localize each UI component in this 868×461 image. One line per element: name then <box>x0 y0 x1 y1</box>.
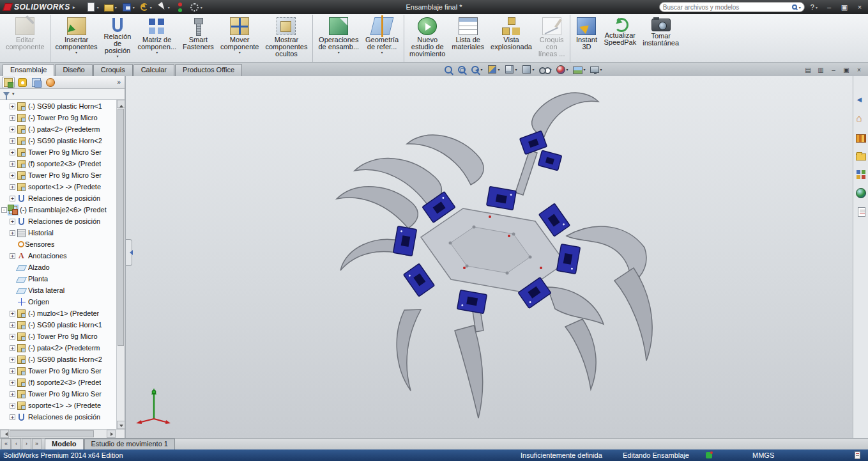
restore-button[interactable]: ▣ <box>839 3 850 12</box>
tree-item[interactable]: + (-) SG90 plastic Horn<2 <box>0 135 116 146</box>
expand-toggle[interactable]: + <box>10 391 15 397</box>
expand-toggle[interactable] <box>10 265 15 270</box>
tab-modelo[interactable]: Modelo <box>45 439 84 449</box>
expand-toggle[interactable]: + <box>10 219 15 224</box>
tree-item[interactable]: + Relaciones de posición <box>0 215 116 227</box>
tree-item[interactable]: + (f) soporte2<3> (Predet <box>0 377 116 388</box>
tab-ensamblaje[interactable]: Ensamblaje <box>3 64 54 76</box>
tree-item[interactable]: + (-) pata<2> (Predeterm <box>0 342 116 354</box>
minimize-button[interactable]: – <box>823 3 835 11</box>
select-button[interactable]: ▾ <box>155 2 172 13</box>
scroll-up-arrow[interactable] <box>117 100 125 108</box>
apply-scene-button[interactable]: ▾ <box>572 65 587 75</box>
viewport-layout-button[interactable]: ▤ <box>803 66 813 74</box>
tree-item[interactable]: + (-) Tower Pro 9g Micro <box>0 112 116 123</box>
expand-toggle[interactable]: + <box>10 322 15 328</box>
filter-caret-icon[interactable]: ▾ <box>12 91 15 97</box>
vertical-scroll-thumb[interactable] <box>118 109 124 346</box>
expand-toggle[interactable]: + <box>10 127 15 132</box>
vista-explosionada-button[interactable]: Vista explosionada <box>487 15 535 62</box>
tree-item[interactable]: Alzado <box>0 262 116 273</box>
scroll-down-arrow[interactable] <box>117 421 125 429</box>
expand-toggle[interactable]: + <box>10 104 15 109</box>
viewport-split-button[interactable]: ▥ <box>816 66 826 74</box>
tree-item[interactable]: + (-) SG90 plastic Horn<1 <box>0 100 116 112</box>
scroll-left-arrow[interactable] <box>0 430 9 438</box>
featuremanager-tab[interactable] <box>2 77 15 88</box>
tree-vertical-scrollbar[interactable] <box>116 100 125 429</box>
save-button[interactable]: ▾ <box>120 2 137 13</box>
tree-item[interactable]: - (-) Ensamblaje2<6> (Predet <box>0 204 116 215</box>
tree-item[interactable]: + soporte<1> -> (Predete <box>0 181 116 192</box>
task-pane-collapse-button[interactable] <box>855 94 867 107</box>
tomar-instantanea-button[interactable]: Tomar instantánea <box>639 15 682 62</box>
expand-toggle[interactable]: + <box>10 173 15 178</box>
tree-item[interactable]: + (-) Tower Pro 9g Micro <box>0 331 116 342</box>
tree-item[interactable]: + (f) soporte2<3> (Predet <box>0 158 116 169</box>
next-tab-button[interactable]: › <box>22 439 31 449</box>
quick-tips-icon[interactable] <box>706 452 712 458</box>
custom-properties-button[interactable] <box>855 205 867 218</box>
tree-item[interactable]: Sensores <box>0 238 116 250</box>
view-settings-button[interactable]: ▾ <box>589 65 604 74</box>
tab-diseno[interactable]: Diseño <box>55 64 92 76</box>
section-view-button[interactable]: ▾ <box>486 64 501 75</box>
expand-toggle[interactable]: + <box>10 150 15 155</box>
expand-toggle[interactable]: + <box>10 196 15 201</box>
search-caret-icon[interactable]: ▾ <box>799 5 801 10</box>
mover-componente-button[interactable]: Mover componente ▾ <box>217 15 263 62</box>
tab-estudio-de-movimiento-1[interactable]: Estudio de movimiento 1 <box>84 439 175 449</box>
first-tab-button[interactable]: « <box>1 439 11 449</box>
configurationmanager-tab[interactable] <box>30 77 43 88</box>
last-tab-button[interactable]: » <box>32 439 42 449</box>
expand-toggle[interactable]: + <box>10 357 15 363</box>
expand-toggle[interactable] <box>10 288 15 293</box>
zoom-to-fit-button[interactable] <box>443 65 454 75</box>
help-button[interactable]: ? ▾ <box>809 3 819 11</box>
expand-toggle[interactable]: - <box>1 207 7 213</box>
operaciones-de-ensamblaje-button[interactable]: Operaciones de ensamb... ▾ <box>312 15 362 62</box>
tree-item[interactable]: + Relaciones de posición <box>0 411 116 423</box>
expand-toggle[interactable]: + <box>10 115 15 121</box>
tree-item[interactable]: + (-) SG90 plastic Horn<1 <box>0 319 116 331</box>
panel-overflow-chevron[interactable]: » <box>115 79 123 86</box>
dropdown-caret-icon[interactable]: ▾ <box>133 5 135 10</box>
tree-item[interactable]: + Historial <box>0 227 116 238</box>
assembly-model-hexapod-robot[interactable] <box>126 76 853 438</box>
design-library-button[interactable] <box>855 131 867 144</box>
file-explorer-button[interactable] <box>855 150 867 162</box>
edit-appearance-button[interactable]: ▾ <box>555 65 570 75</box>
horizontal-scroll-thumb[interactable] <box>10 430 94 437</box>
hide-show-items-button[interactable]: ▾ <box>538 64 553 75</box>
zoom-to-area-button[interactable] <box>456 65 468 75</box>
tree-item[interactable]: Vista lateral <box>0 285 116 296</box>
insertar-componentes-button[interactable]: Insertar componentes ▾ <box>50 15 101 62</box>
graphics-area[interactable] <box>126 76 853 438</box>
actualizar-speedpak-button[interactable]: Actualizar SpeedPak <box>600 15 639 62</box>
expand-toggle[interactable]: + <box>10 380 15 386</box>
editar-componente-button[interactable]: Editar componente <box>3 15 48 62</box>
tree-item[interactable]: Planta <box>0 273 116 285</box>
expand-toggle[interactable]: + <box>10 414 15 420</box>
nuevo-estudio-de-movimiento-button[interactable]: Nuevo estudio de movimiento <box>404 15 448 62</box>
tree-item[interactable]: + (-) SG90 plastic Horn<2 <box>0 354 116 365</box>
displaymanager-tab[interactable] <box>44 77 57 88</box>
tree-item[interactable]: + Relaciones de posición <box>0 192 116 204</box>
appearances-scenes-button[interactable] <box>855 187 867 199</box>
document-minimize-button[interactable]: – <box>828 66 839 74</box>
tree-item[interactable]: + (-) muzlo<1> (Predeter <box>0 308 116 319</box>
propertymanager-tab[interactable] <box>16 77 29 88</box>
expand-toggle[interactable] <box>10 276 15 282</box>
panel-collapse-handle[interactable] <box>126 239 132 266</box>
view-palette-button[interactable] <box>855 168 867 181</box>
dropdown-caret-icon[interactable]: ▾ <box>97 5 99 10</box>
previous-view-button[interactable]: ▾ <box>469 65 484 75</box>
expand-toggle[interactable]: + <box>10 311 15 316</box>
expand-toggle[interactable]: + <box>10 230 15 236</box>
expand-toggle[interactable]: + <box>10 161 15 167</box>
smart-fasteners-button[interactable]: Smart Fasteners <box>179 15 217 62</box>
display-style-button[interactable]: ▾ <box>521 64 536 75</box>
open-document-button[interactable]: ▾ <box>102 2 119 12</box>
tab-calcular[interactable]: Calcular <box>133 64 174 76</box>
units-selector[interactable]: MMGS <box>752 449 774 461</box>
